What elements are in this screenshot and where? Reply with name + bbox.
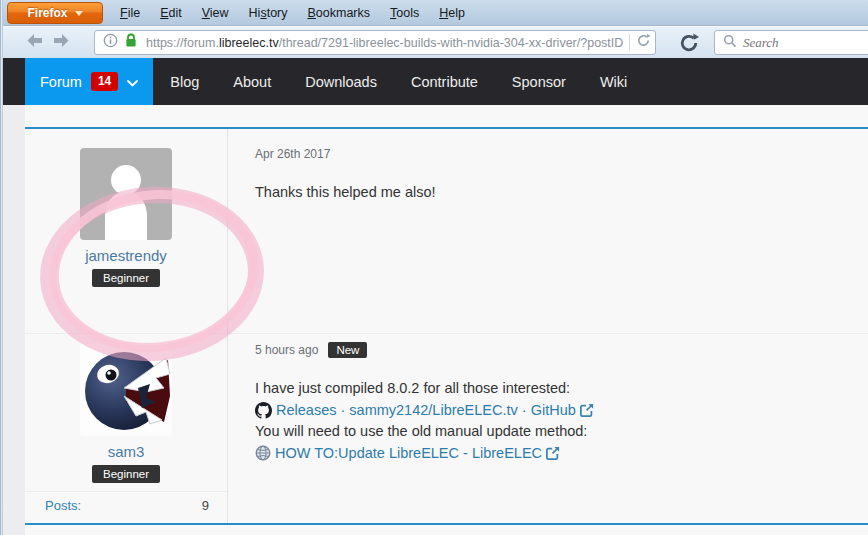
url-bar[interactable]: https://forum.libreelec.tv/thread/7291-l… — [94, 30, 656, 55]
search-icon — [723, 34, 737, 52]
chevron-down-icon — [75, 11, 83, 16]
menu-view[interactable]: View — [192, 2, 239, 24]
nav-forum-label: Forum — [40, 74, 82, 90]
menu-help[interactable]: Help — [429, 2, 475, 24]
menu-bookmarks[interactable]: Bookmarks — [298, 2, 381, 24]
firefox-button-label: Firefox — [27, 6, 67, 20]
firefox-button[interactable]: Firefox — [7, 2, 103, 24]
github-icon — [255, 402, 272, 419]
author-name[interactable]: sam3 — [108, 443, 145, 460]
nav-item-wiki[interactable]: Wiki — [583, 58, 644, 105]
nav-item-forum[interactable]: Forum 14 — [25, 58, 153, 105]
menu-items: File Edit View History Bookmarks Tools H… — [110, 2, 475, 24]
chevron-down-icon — [127, 74, 138, 90]
nav-item-blog[interactable]: Blog — [153, 58, 216, 105]
info-icon[interactable] — [103, 33, 118, 52]
avatar[interactable] — [80, 148, 172, 240]
window-border — [0, 0, 3, 535]
avatar[interactable] — [80, 344, 172, 436]
menu-edit[interactable]: Edit — [150, 2, 192, 24]
reload-icon-small[interactable] — [636, 33, 651, 52]
nav-item-about[interactable]: About — [216, 58, 288, 105]
github-release-link[interactable]: Releases · sammy2142/LibreELEC.tv · GitH… — [276, 400, 576, 422]
search-input[interactable] — [743, 35, 868, 51]
nav-item-contribute[interactable]: Contribute — [394, 58, 495, 105]
post-date[interactable]: Apr 26th 2017 — [255, 147, 868, 161]
howto-update-link[interactable]: HOW TO:Update LibreELEC - LibreELEC — [275, 443, 542, 465]
nav-item-downloads[interactable]: Downloads — [288, 58, 394, 105]
external-link-icon — [580, 403, 594, 417]
menu-tools[interactable]: Tools — [380, 2, 429, 24]
nav-item-sponsor[interactable]: Sponsor — [495, 58, 583, 105]
page-background: jamestrendy Beginner Apr 26th 2017 Thank… — [0, 105, 868, 535]
post-body: Apr 26th 2017 Thanks this helped me also… — [228, 129, 868, 333]
url-text: https://forum.libreelec.tv/thread/7291-l… — [146, 36, 623, 50]
navigation-toolbar: https://forum.libreelec.tv/thread/7291-l… — [0, 27, 868, 58]
back-button[interactable] — [26, 33, 43, 52]
lock-icon[interactable] — [124, 33, 138, 52]
post-text: Thanks this helped me also! — [255, 182, 868, 204]
posts-count-label[interactable]: Posts: — [45, 498, 81, 513]
new-post-badge: New — [328, 342, 367, 358]
author-rank-badge: Beginner — [92, 465, 160, 483]
post-author-sidebar: sam3 Beginner Posts: 9 — [25, 334, 228, 523]
menu-file[interactable]: File — [110, 2, 150, 24]
thread-bottom-divider — [25, 523, 868, 525]
forward-button[interactable] — [53, 33, 70, 52]
browser-window: Firefox File Edit View History Bookmarks… — [0, 0, 868, 535]
post-date[interactable]: 5 hours ago — [255, 343, 318, 357]
thread-content: jamestrendy Beginner Apr 26th 2017 Thank… — [25, 105, 868, 535]
post-text-line: I have just compiled 8.0.2 for all those… — [255, 378, 868, 400]
post-text-line: You will need to use the old manual upda… — [255, 421, 868, 443]
post-text: I have just compiled 8.0.2 for all those… — [255, 378, 868, 464]
external-link-icon — [546, 446, 560, 460]
post-body: 5 hours ago New I have just compiled 8.0… — [228, 334, 868, 523]
forum-post: sam3 Beginner Posts: 9 5 hours ago New I… — [25, 333, 868, 523]
forum-post: jamestrendy Beginner Apr 26th 2017 Thank… — [25, 129, 868, 333]
author-name[interactable]: jamestrendy — [85, 247, 167, 264]
author-rank-badge: Beginner — [92, 269, 160, 287]
site-navigation: Forum 14 Blog About Downloads Contribute… — [0, 58, 868, 105]
forum-count-badge: 14 — [91, 72, 118, 90]
globe-favicon-icon — [255, 445, 271, 461]
reload-button[interactable] — [672, 29, 706, 56]
posts-count-value: 9 — [202, 498, 209, 513]
search-box[interactable] — [714, 30, 868, 55]
author-post-count: Posts: 9 — [25, 491, 227, 513]
menu-history[interactable]: History — [239, 2, 298, 24]
menu-bar: Firefox File Edit View History Bookmarks… — [0, 0, 868, 26]
post-author-sidebar: jamestrendy Beginner — [25, 129, 228, 333]
